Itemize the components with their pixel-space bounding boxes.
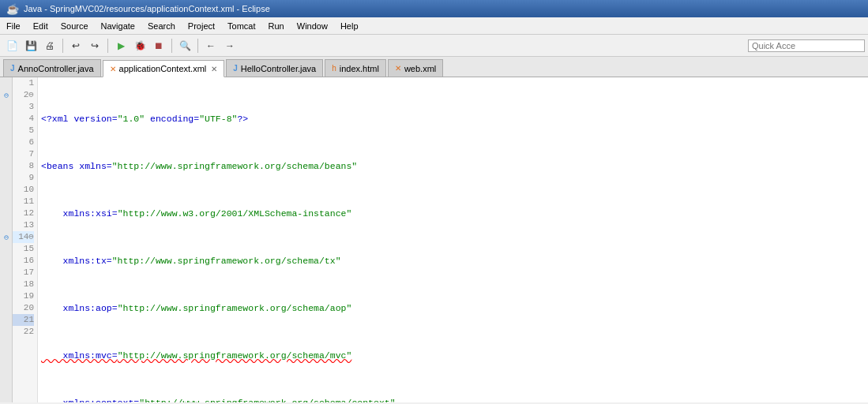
code-line-3: xmlns:xsi="http://www.w3.org/2001/XMLSch… xyxy=(41,208,868,219)
tab-anno-controller[interactable]: J AnnoController.java xyxy=(3,59,101,77)
line-num-1: 1 xyxy=(13,77,34,89)
menu-source[interactable]: Source xyxy=(54,17,95,34)
line-num-15: 15 xyxy=(13,243,34,255)
menu-project[interactable]: Project xyxy=(182,17,221,34)
line-numbers: 1 2⊖ 3 4 5 6 7 8 9 10 11 12 13 14⊖ 15 16… xyxy=(13,77,38,402)
line-num-16: 16 xyxy=(13,255,34,267)
toolbar-stop[interactable]: ⏹ xyxy=(150,37,167,54)
tab-icon: h xyxy=(332,64,336,73)
line-num-8: 8 xyxy=(13,160,34,172)
code-editor[interactable]: <?xml version="1.0" encoding="UTF-8"?> <… xyxy=(38,77,868,402)
line-num-19: 19 xyxy=(13,290,34,302)
code-line-2: <beans xmlns="http://www.springframework… xyxy=(41,160,868,172)
title-bar: ☕ Java - SpringMVC02/resources/applicati… xyxy=(0,0,868,17)
margin-icon-17 xyxy=(0,267,13,279)
toolbar-back[interactable]: ← xyxy=(202,37,220,54)
code-text: xmlns:mvc="http://www.springframework.or… xyxy=(41,350,351,361)
code-text: <beans xmlns="http://www.springframework… xyxy=(41,160,357,172)
toolbar-sep-4 xyxy=(197,39,198,53)
margin-icon-1 xyxy=(0,77,13,89)
margin-icon-18 xyxy=(0,279,13,290)
tab-hello-controller[interactable]: J HelloController.java xyxy=(226,59,323,77)
line-num-20: 20 xyxy=(13,302,34,314)
margin-icon-3 xyxy=(0,101,13,113)
toolbar-search[interactable]: 🔍 xyxy=(176,37,194,54)
tab-icon: J xyxy=(10,64,15,73)
code-text: xmlns:xsi="http://www.w3.org/2001/XMLSch… xyxy=(41,208,351,219)
tab-label: AnnoController.java xyxy=(18,64,94,73)
tab-web-xml[interactable]: ✕ web.xml xyxy=(388,59,443,77)
line-num-13: 13 xyxy=(13,219,34,231)
line-num-21: 21 xyxy=(13,314,34,326)
line-num-2: 2⊖ xyxy=(13,89,34,101)
menu-search[interactable]: Search xyxy=(141,17,182,34)
margin-icon-12 xyxy=(0,208,13,219)
line-num-6: 6 xyxy=(13,137,34,148)
margin-icon-11 xyxy=(0,196,13,208)
line-num-5: 5 xyxy=(13,125,34,137)
margin-icon-6 xyxy=(0,137,13,148)
toolbar-save[interactable]: 💾 xyxy=(22,37,39,54)
code-line-4: xmlns:tx="http://www.springframework.org… xyxy=(41,255,868,267)
margin-icon-15 xyxy=(0,243,13,255)
tab-label: index.html xyxy=(340,64,379,73)
margin-icon-7 xyxy=(0,148,13,160)
left-margin: ⊖ ⊖ xyxy=(0,77,13,402)
tabs-bar: J AnnoController.java ✕ applicationConte… xyxy=(0,57,868,77)
code-line-1: <?xml version="1.0" encoding="UTF-8"?> xyxy=(41,113,868,125)
line-num-10: 10 xyxy=(13,184,34,196)
title-text: Java - SpringMVC02/resources/application… xyxy=(24,4,270,13)
menu-window[interactable]: Window xyxy=(291,17,334,34)
margin-icon-4 xyxy=(0,113,13,125)
tab-close-btn[interactable]: ✕ xyxy=(211,65,217,73)
toolbar-sep-1 xyxy=(62,39,63,53)
toolbar: 📄 💾 🖨 ↩ ↪ ▶ 🐞 ⏹ 🔍 ← → xyxy=(0,35,868,57)
toolbar-undo[interactable]: ↩ xyxy=(67,37,85,54)
margin-icon-22 xyxy=(0,326,13,338)
margin-icon-2: ⊖ xyxy=(0,89,13,101)
tab-label: applicationContext.xml xyxy=(119,64,207,73)
toolbar-redo[interactable]: ↪ xyxy=(86,37,103,54)
menu-tomcat[interactable]: Tomcat xyxy=(221,17,261,34)
code-text: <?xml version="1.0" encoding="UTF-8"?> xyxy=(41,113,248,125)
margin-icon-16 xyxy=(0,255,13,267)
line-num-18: 18 xyxy=(13,279,34,290)
line-num-14: 14⊖ xyxy=(13,231,34,243)
toolbar-new[interactable]: 📄 xyxy=(3,37,21,54)
line-num-12: 12 xyxy=(13,208,34,219)
margin-icon-10 xyxy=(0,184,13,196)
menu-help[interactable]: Help xyxy=(334,17,365,34)
toolbar-run[interactable]: ▶ xyxy=(112,37,130,54)
margin-icon-14: ⊖ xyxy=(0,231,13,243)
tab-index-html[interactable]: h index.html xyxy=(325,59,386,77)
menu-file[interactable]: File xyxy=(0,17,27,34)
margin-icon-21 xyxy=(0,314,13,326)
menu-edit[interactable]: Edit xyxy=(27,17,54,34)
menu-navigate[interactable]: Navigate xyxy=(95,17,141,34)
code-line-5: xmlns:aop="http://www.springframework.or… xyxy=(41,302,868,314)
margin-icon-9 xyxy=(0,172,13,184)
menu-bar: File Edit Source Navigate Search Project… xyxy=(0,17,868,35)
code-line-7: xmlns:context="http://www.springframewor… xyxy=(41,397,868,402)
code-text: xmlns:tx="http://www.springframework.org… xyxy=(41,255,341,267)
menu-run[interactable]: Run xyxy=(262,17,291,34)
editor-area: ⊖ ⊖ 1 2⊖ 3 4 5 6 7 8 9 10 11 12 13 xyxy=(0,77,868,402)
line-num-7: 7 xyxy=(13,148,34,160)
line-num-4: 4 xyxy=(13,113,34,125)
toolbar-forward[interactable]: → xyxy=(221,37,239,54)
margin-icon-5 xyxy=(0,125,13,137)
tab-application-context[interactable]: ✕ applicationContext.xml ✕ xyxy=(103,60,225,77)
toolbar-debug[interactable]: 🐞 xyxy=(131,37,148,54)
margin-icon-13 xyxy=(0,219,13,231)
quick-access-input[interactable] xyxy=(748,39,865,52)
tab-icon: ✕ xyxy=(395,64,401,73)
code-text: xmlns:context="http://www.springframewor… xyxy=(41,397,396,402)
toolbar-sep-2 xyxy=(107,39,108,53)
java-icon: ☕ xyxy=(6,3,19,15)
toolbar-print[interactable]: 🖨 xyxy=(41,37,58,54)
margin-icon-8 xyxy=(0,160,13,172)
code-text: xmlns:aop="http://www.springframework.or… xyxy=(41,302,351,314)
line-num-9: 9 xyxy=(13,172,34,184)
toolbar-sep-3 xyxy=(171,39,172,53)
tab-label: web.xml xyxy=(404,64,436,73)
